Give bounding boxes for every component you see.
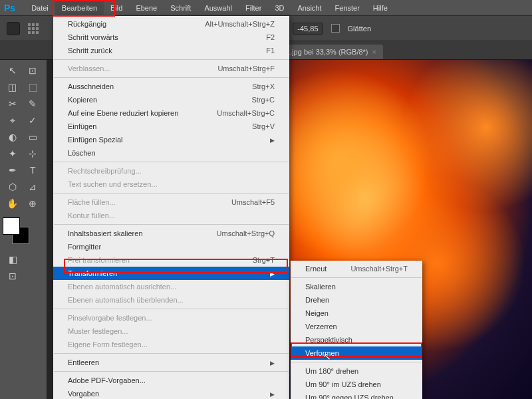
lasso-tool-icon[interactable]: ⬚: [23, 79, 43, 95]
eraser-tool-icon[interactable]: ✦: [3, 146, 23, 162]
edit-menu-item[interactable]: Schritt zurückF1: [53, 44, 289, 57]
menu-3d[interactable]: 3D: [268, 1, 291, 15]
stamp-tool-icon[interactable]: ◐: [3, 129, 23, 145]
menu-item-label: Entleeren: [68, 358, 99, 366]
marquee-tool-icon[interactable]: ◫: [3, 79, 23, 95]
edit-menu-item[interactable]: Auf eine Ebene reduziert kopierenUmschal…: [53, 106, 289, 120]
menu-item-label: Um 90° im UZS drehen: [305, 380, 381, 388]
transform-menu-item[interactable]: Skalieren: [291, 280, 422, 293]
menu-item-label: Einfügen Spezial: [68, 136, 123, 144]
transform-menu-item[interactable]: Um 90° gegen UZS drehen: [291, 391, 422, 399]
edit-menu-item[interactable]: Löschen: [53, 146, 289, 160]
edit-menu-item[interactable]: KopierenStrg+C: [53, 93, 289, 106]
menu-datei[interactable]: Datei: [25, 1, 55, 15]
quickmask-icon[interactable]: ◧: [3, 251, 23, 267]
edit-menu-item[interactable]: Vorgaben▶: [53, 387, 289, 399]
angle-input[interactable]: -45,85: [293, 23, 323, 35]
shape-tool-icon[interactable]: ⊿: [23, 179, 43, 195]
transform-menu-item[interactable]: Neigen: [291, 307, 422, 320]
menu-ansicht[interactable]: Ansicht: [291, 1, 328, 15]
pen-tool-icon[interactable]: ✒: [3, 162, 23, 178]
menu-item-shortcut: ▶: [270, 269, 275, 277]
menu-item-label: Schritt zurück: [68, 47, 112, 55]
menu-item-shortcut: Umschalt+F5: [231, 198, 275, 206]
smooth-checkbox[interactable]: [331, 24, 340, 33]
menu-item-shortcut: ▶: [270, 136, 275, 144]
document-tab[interactable]: 1.jpg bei 33,3% (RGB/8*) ×: [279, 45, 383, 59]
heal-tool-icon[interactable]: ⌖: [3, 112, 23, 128]
menu-item-label: Kopieren: [68, 96, 97, 104]
menu-item-shortcut: Strg+V: [252, 122, 275, 130]
move-tool-icon[interactable]: ↖: [3, 63, 23, 78]
menu-item-shortcut: Umschalt+Strg+Q: [217, 229, 275, 237]
edit-menu-item[interactable]: Text suchen und ersetzen...: [53, 178, 289, 191]
edit-menu-item[interactable]: Entleeren▶: [53, 356, 289, 369]
transform-menu-item[interactable]: Um 90° im UZS drehen: [291, 378, 422, 391]
menu-bearbeiten[interactable]: Bearbeiten: [55, 1, 104, 15]
edit-menu-item[interactable]: EinfügenStrg+V: [53, 120, 289, 133]
transform-menu-item[interactable]: Verzerren: [291, 320, 422, 333]
menu-fenster[interactable]: Fenster: [329, 1, 366, 15]
edit-menu-item[interactable]: Ebenen automatisch ausrichten...: [53, 280, 289, 293]
edit-menu-item[interactable]: Kontur füllen...: [53, 209, 289, 222]
anchor-grid-icon[interactable]: [28, 23, 39, 34]
menu-item-label: Um 90° gegen UZS drehen: [305, 394, 394, 399]
history-brush-tool-icon[interactable]: ▭: [23, 129, 43, 145]
menu-bar: Ps Datei Bearbeiten Bild Ebene Schrift A…: [0, 0, 532, 16]
menu-bild[interactable]: Bild: [104, 1, 129, 15]
menu-schrift[interactable]: Schrift: [164, 1, 198, 15]
fg-color-icon[interactable]: [3, 217, 20, 235]
menu-item-label: Rückgängig: [68, 20, 106, 28]
menu-item-label: Löschen: [68, 149, 96, 157]
artboard-tool-icon[interactable]: ⊡: [23, 63, 43, 78]
menu-auswahl[interactable]: Auswahl: [198, 1, 239, 15]
menu-item-label: Verzerren: [305, 323, 337, 331]
crop-tool-icon[interactable]: ✂: [3, 96, 23, 112]
transform-menu-item[interactable]: ErneutUmschalt+Strg+T: [291, 262, 422, 275]
menu-item-label: Schritt vorwärts: [68, 33, 118, 41]
screenmode-icon[interactable]: ⊡: [3, 268, 23, 284]
menu-item-label: Pinselvorgabe festlegen...: [68, 314, 152, 322]
edit-menu-item[interactable]: Einfügen Spezial▶: [53, 133, 289, 146]
menu-item-label: Inhaltsbasiert skalieren: [68, 229, 143, 237]
color-swatch[interactable]: [3, 217, 29, 244]
path-tool-icon[interactable]: ⬡: [3, 179, 23, 195]
menu-hilfe[interactable]: Hilfe: [366, 1, 394, 15]
transform-menu-item[interactable]: Drehen: [291, 293, 422, 307]
tool-preset-icon[interactable]: [7, 22, 20, 35]
edit-menu-item[interactable]: Inhaltsbasiert skalierenUmschalt+Strg+Q: [53, 227, 289, 240]
edit-menu-item[interactable]: Rechtschreibprüfung...: [53, 164, 289, 178]
menu-item-label: Einfügen: [68, 122, 96, 130]
zoom-tool-icon[interactable]: ⊕: [23, 196, 43, 211]
edit-menu-item[interactable]: Frei transformierenStrg+T: [53, 253, 289, 267]
menu-ebene[interactable]: Ebene: [129, 1, 164, 15]
transform-menu-item[interactable]: Verformen: [291, 346, 422, 360]
edit-menu-item[interactable]: Formgitter: [53, 240, 289, 253]
menu-item-shortcut: Umschalt+Strg+T: [350, 265, 408, 273]
edit-menu-item[interactable]: Verblassen...Umschalt+Strg+F: [53, 62, 289, 75]
close-icon[interactable]: ×: [372, 48, 376, 56]
hand-tool-icon[interactable]: ✋: [3, 196, 23, 211]
menu-filter[interactable]: Filter: [239, 1, 268, 15]
edit-menu-item[interactable]: Transformieren▶: [53, 267, 289, 280]
menu-item-shortcut: ▶: [270, 390, 275, 398]
transform-menu-item[interactable]: Um 180° drehen: [291, 364, 422, 378]
transform-menu-item[interactable]: Perspektivisch: [291, 333, 422, 346]
edit-menu-item[interactable]: Muster festlegen...: [53, 325, 289, 338]
brush-tool-icon[interactable]: ✓: [23, 112, 43, 128]
menu-item-shortcut: Alt+Umschalt+Strg+Z: [205, 20, 275, 28]
edit-menu-item[interactable]: Ebenen automatisch überblenden...: [53, 293, 289, 307]
edit-menu-item[interactable]: Adobe PDF-Vorgaben...: [53, 374, 289, 387]
gradient-tool-icon[interactable]: ⊹: [23, 146, 43, 162]
menu-item-label: Adobe PDF-Vorgaben...: [68, 376, 146, 384]
edit-menu-item[interactable]: Eigene Form festlegen...: [53, 338, 289, 351]
edit-menu-item[interactable]: Pinselvorgabe festlegen...: [53, 311, 289, 325]
type-tool-icon[interactable]: T: [23, 162, 43, 178]
menu-item-label: Vorgaben: [68, 390, 99, 398]
menu-item-label: Um 180° drehen: [305, 367, 358, 375]
edit-menu-item[interactable]: Fläche füllen...Umschalt+F5: [53, 196, 289, 209]
edit-menu-item[interactable]: Schritt vorwärtsF2: [53, 31, 289, 44]
edit-menu-item[interactable]: AusschneidenStrg+X: [53, 80, 289, 93]
eyedropper-tool-icon[interactable]: ✎: [23, 96, 43, 112]
edit-menu-item[interactable]: RückgängigAlt+Umschalt+Strg+Z: [53, 17, 289, 31]
